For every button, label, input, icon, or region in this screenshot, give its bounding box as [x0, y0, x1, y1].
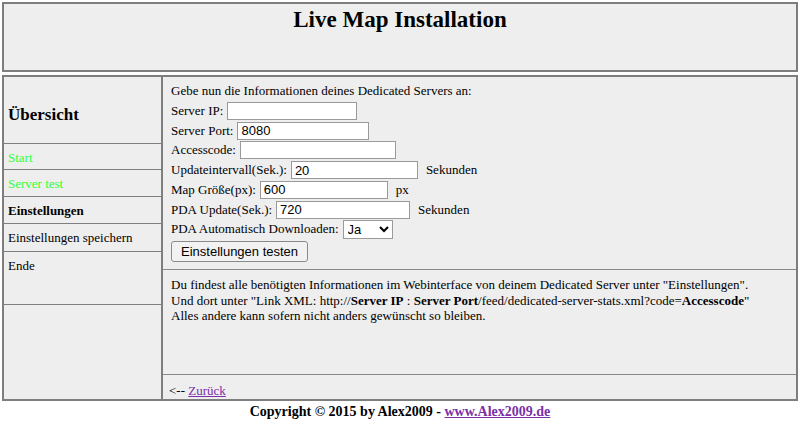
- server-test-link[interactable]: Server test: [8, 176, 63, 191]
- server-port-input[interactable]: [237, 122, 369, 140]
- page-title: Live Map Installation: [4, 7, 796, 33]
- divider: [163, 374, 796, 375]
- sidebar-item-start[interactable]: Start: [4, 144, 161, 170]
- content-panel: Gebe nun die Informationen deines Dedica…: [163, 77, 796, 399]
- map-size-input[interactable]: [260, 181, 388, 199]
- map-size-label: Map Größe(px):: [171, 182, 256, 198]
- updateintervall-label: Updateintervall(Sek.):: [171, 162, 287, 178]
- test-settings-button[interactable]: Einstellungen testen: [171, 241, 308, 262]
- updateintervall-input[interactable]: [291, 161, 418, 179]
- back-arrow: <--: [169, 383, 188, 398]
- pda-update-input[interactable]: [276, 201, 410, 219]
- info-text: Du findest alle benötigten Informationen…: [171, 277, 796, 324]
- accesscode-row: Accesscode:: [163, 140, 796, 160]
- test-button-row: Einstellungen testen: [163, 241, 796, 262]
- updateintervall-row: Updateintervall(Sek.): Sekunden: [163, 160, 796, 180]
- info-line2-suffix: ": [744, 293, 749, 308]
- divider: [163, 269, 796, 270]
- footer: Copyright © 2015 by Alex2009 - www.Alex2…: [2, 401, 798, 420]
- accesscode-label: Accesscode:: [171, 142, 236, 158]
- server-ip-input[interactable]: [227, 102, 357, 120]
- info-line2-mid: /feed/dedicated-server-stats.xml?code=: [478, 293, 682, 308]
- sidebar: Übersicht Start Server test Einstellunge…: [4, 77, 163, 399]
- pda-update-label: PDA Update(Sek.):: [171, 202, 272, 218]
- main-area: Übersicht Start Server test Einstellunge…: [2, 75, 798, 401]
- spacer: [163, 324, 796, 367]
- pda-update-row: PDA Update(Sek.): Sekunden: [163, 200, 796, 220]
- page: Live Map Installation Übersicht Start Se…: [0, 0, 800, 422]
- map-size-suffix: px: [396, 182, 409, 198]
- map-size-row: Map Größe(px): px: [163, 180, 796, 200]
- info-server-ip: Server IP: [351, 293, 404, 308]
- pda-update-suffix: Sekunden: [418, 202, 469, 218]
- info-accesscode: Accesscode: [682, 293, 744, 308]
- sidebar-item-server-test[interactable]: Server test: [4, 170, 161, 197]
- sidebar-heading: Übersicht: [4, 77, 161, 144]
- header: Live Map Installation: [2, 2, 798, 72]
- info-line2-sep: :: [404, 293, 414, 308]
- server-port-row: Server Port:: [163, 121, 796, 141]
- server-port-label: Server Port:: [171, 123, 233, 139]
- pda-download-row: PDA Automatisch Downloaden: Ja: [163, 219, 796, 239]
- back-link[interactable]: Zurück: [188, 383, 226, 398]
- back-row: <-- Zurück: [163, 380, 796, 399]
- intro-text: Gebe nun die Informationen deines Dedica…: [171, 83, 796, 99]
- sidebar-item-einstellungen-speichern[interactable]: Einstellungen speichern: [4, 224, 161, 252]
- sidebar-item-ende[interactable]: Ende: [4, 252, 161, 305]
- info-line3: Alles andere kann sofern nicht anders ge…: [171, 308, 485, 323]
- server-ip-row: Server IP:: [163, 101, 796, 121]
- start-link[interactable]: Start: [8, 150, 33, 165]
- footer-link[interactable]: www.Alex2009.de: [445, 404, 551, 419]
- sidebar-item-einstellungen[interactable]: Einstellungen: [4, 197, 161, 224]
- pda-download-select[interactable]: Ja: [343, 220, 393, 239]
- updateintervall-suffix: Sekunden: [426, 162, 477, 178]
- copyright-text: Copyright © 2015 by Alex2009 -: [250, 404, 445, 419]
- server-ip-label: Server IP:: [171, 103, 223, 119]
- info-server-port: Server Port: [414, 293, 478, 308]
- info-line2-prefix: Und dort unter "Link XML: http://: [171, 293, 351, 308]
- sidebar-filler: [4, 305, 161, 399]
- info-line1: Du findest alle benötigten Informationen…: [171, 277, 748, 292]
- pda-download-label: PDA Automatisch Downloaden:: [171, 221, 339, 237]
- accesscode-input[interactable]: [240, 141, 396, 159]
